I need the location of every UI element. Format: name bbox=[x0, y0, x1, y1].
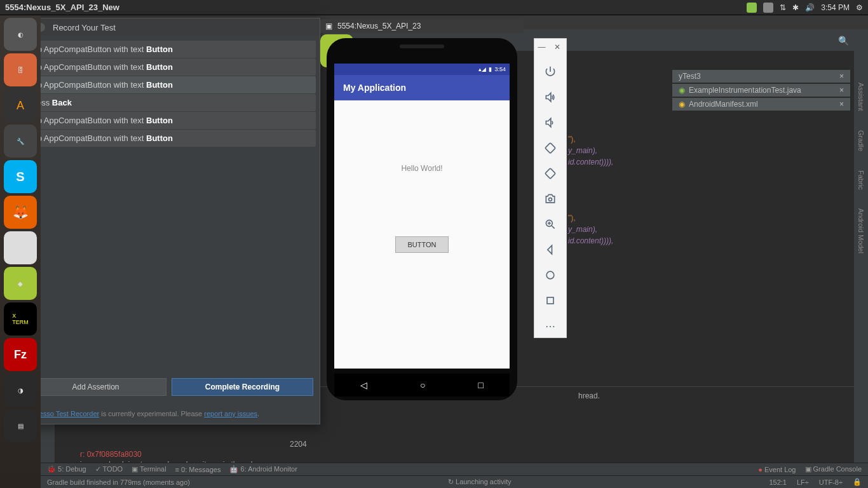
emu-minimize-icon[interactable]: — bbox=[538, 43, 547, 51]
btm-messages[interactable]: ≡ 0: Messages bbox=[175, 466, 221, 473]
status-bar: Gradle build finished in 779ms (moments … bbox=[41, 475, 868, 488]
launcher-android-studio[interactable]: ◆ bbox=[4, 267, 37, 300]
complete-recording-button[interactable]: Complete Recording bbox=[172, 378, 313, 396]
app-title: My Application bbox=[343, 83, 406, 93]
launcher-settings[interactable]: 🔧 bbox=[4, 125, 37, 158]
btm-eventlog[interactable]: Event Log bbox=[758, 466, 796, 473]
recorder-buttons: Add Assertion Complete Recording bbox=[18, 378, 320, 396]
btm-todo[interactable]: ✓ TODO bbox=[95, 465, 123, 473]
launcher-files[interactable]: 🗄 bbox=[4, 53, 37, 86]
launcher-xterm[interactable]: XTERM bbox=[4, 302, 37, 336]
phone-frame: ▴◢ ▮ 3:54 My Application Hello World! BU… bbox=[327, 38, 517, 400]
emu-volume-up-icon[interactable] bbox=[543, 90, 558, 105]
nav-home-icon[interactable]: ○ bbox=[420, 380, 425, 390]
window-title: 5554:Nexus_5X_API_23_New bbox=[5, 3, 747, 12]
signal-icon: ▴◢ bbox=[478, 66, 486, 72]
launcher-updates[interactable]: A bbox=[4, 89, 37, 122]
app-bar: My Application bbox=[334, 75, 510, 100]
emu-power-icon[interactable] bbox=[543, 64, 558, 79]
tray-sound-icon[interactable]: 🔊 bbox=[805, 3, 815, 12]
svg-rect-1 bbox=[545, 168, 555, 179]
emulator-icon: ▣ bbox=[325, 22, 332, 30]
emu-camera-icon[interactable] bbox=[543, 191, 558, 207]
editor-tabs: yTest3× ◉ExampleInstrumentationTest.java… bbox=[672, 70, 850, 111]
btm-monitor[interactable]: 🤖 6: Android Monitor bbox=[229, 465, 297, 473]
emu-home-icon[interactable] bbox=[543, 268, 558, 283]
battery-icon: ▮ bbox=[489, 66, 492, 72]
nav-back-icon[interactable]: ◁ bbox=[360, 380, 367, 390]
add-assertion-button[interactable]: Add Assertion bbox=[25, 378, 166, 396]
btm-terminal[interactable]: ▣ Terminal bbox=[132, 465, 166, 473]
emu-overview-icon[interactable] bbox=[543, 293, 558, 308]
emulator-side-toolbar: — ✕ ⋯ bbox=[534, 38, 567, 338]
btm-gradleconsole[interactable]: ▣ Gradle Console bbox=[805, 465, 862, 473]
btm-debug[interactable]: 🐞 5: Debug bbox=[47, 465, 86, 473]
launcher-filezilla[interactable]: Fz bbox=[4, 338, 37, 371]
svg-point-2 bbox=[549, 198, 552, 201]
recorder-dialog: Record Your Test Tap AppCompatButton wit… bbox=[18, 18, 320, 424]
console-line-red: r: 0x7f0885fa8030 bbox=[80, 449, 848, 459]
emu-close-icon[interactable]: ✕ bbox=[554, 43, 563, 51]
launcher-chrome[interactable]: ◉ bbox=[4, 231, 37, 264]
ubuntu-top-bar: 5554:Nexus_5X_API_23_New ⇅ ✱ 🔊 3:54 PM ⚙ bbox=[0, 0, 868, 15]
launcher-app1[interactable]: ◑ bbox=[4, 374, 37, 407]
right-tab-assistant[interactable]: Assistant bbox=[857, 83, 865, 111]
phone-screen: ▴◢ ▮ 3:54 My Application Hello World! BU… bbox=[334, 64, 510, 369]
recorder-item[interactable]: Tap AppCompatButton with text Button bbox=[22, 76, 316, 93]
right-tab-androidmodel[interactable]: Android Model bbox=[857, 208, 865, 254]
phone-status-bar: ▴◢ ▮ 3:54 bbox=[334, 64, 510, 75]
hello-text: Hello World! bbox=[401, 164, 442, 173]
emu-rotate-right-icon[interactable] bbox=[543, 166, 558, 181]
tray-network-icon[interactable]: ⇅ bbox=[780, 3, 786, 12]
nav-recent-icon[interactable]: □ bbox=[478, 380, 483, 390]
status-pos: 152:1 bbox=[769, 478, 787, 486]
code-lines: "), y_main), id.content)))), "), y_main)… bbox=[568, 133, 835, 247]
emu-window-controls: — ✕ bbox=[534, 43, 566, 54]
emu-rotate-left-icon[interactable] bbox=[543, 140, 558, 156]
tray-bluetooth-icon[interactable]: ✱ bbox=[792, 3, 799, 12]
emulator-title: 5554:Nexus_5X_API_23 bbox=[337, 22, 421, 30]
ubuntu-launcher: ◐ 🗄 A 🔧 S 🦊 ◉ ◆ ▯ XTERM Fz ◑ ▤ bbox=[0, 15, 41, 488]
footnote-link-issues[interactable]: report any issues bbox=[204, 410, 257, 417]
status-lf: LF÷ bbox=[797, 478, 809, 486]
recorder-list: Tap AppCompatButton with text Button Tap… bbox=[18, 36, 320, 151]
recorder-item[interactable]: Press Back bbox=[22, 94, 316, 111]
bottom-toolbar: 🐞 5: Debug ✓ TODO ▣ Terminal ≡ 0: Messag… bbox=[41, 463, 868, 475]
editor-tab-2[interactable]: ◉ExampleInstrumentationTest.java× bbox=[672, 84, 850, 97]
svg-rect-5 bbox=[547, 297, 553, 304]
emu-volume-down-icon[interactable] bbox=[543, 115, 558, 130]
right-tab-gradle[interactable]: Gradle bbox=[857, 130, 865, 151]
system-tray: ⇅ ✱ 🔊 3:54 PM ⚙ bbox=[747, 3, 863, 13]
recorder-footnote: Espresso Test Recorder is currently expe… bbox=[25, 410, 313, 417]
right-tab-fabric[interactable]: Fabric bbox=[857, 170, 865, 190]
svg-point-4 bbox=[546, 271, 554, 279]
editor-tab-1[interactable]: yTest3× bbox=[672, 70, 850, 83]
status-activity: ↻ Launching activity bbox=[448, 478, 512, 486]
recorder-item[interactable]: Tap AppCompatButton with text Button bbox=[22, 112, 316, 129]
recorder-item[interactable]: Tap AppCompatButton with text Button bbox=[22, 130, 316, 147]
phone-navbar: ◁ ○ □ bbox=[334, 374, 510, 396]
app-button[interactable]: BUTTON bbox=[395, 236, 448, 253]
recorder-item[interactable]: Tap AppCompatButton with text Button bbox=[22, 41, 316, 58]
status-enc: UTF-8÷ bbox=[819, 478, 843, 486]
launcher-skype[interactable]: S bbox=[4, 160, 37, 193]
recorder-item[interactable]: Tap AppCompatButton with text Button bbox=[22, 58, 316, 76]
tray-keyboard-icon[interactable] bbox=[747, 3, 757, 13]
svg-rect-0 bbox=[545, 143, 555, 153]
status-lock-icon[interactable]: 🔒 bbox=[853, 478, 862, 486]
launcher-app2[interactable]: ▤ bbox=[4, 409, 37, 442]
tray-time[interactable]: 3:54 PM bbox=[821, 3, 850, 12]
emu-more-icon[interactable]: ⋯ bbox=[543, 318, 558, 334]
search-icon[interactable]: 🔍 bbox=[838, 36, 849, 46]
launcher-firefox[interactable]: 🦊 bbox=[4, 196, 37, 229]
editor-tab-3[interactable]: ◉AndroidManifest.xml× bbox=[672, 98, 850, 111]
tray-mail-icon[interactable] bbox=[763, 3, 773, 13]
emulator-titlebar[interactable]: ▣ 5554:Nexus_5X_API_23 bbox=[320, 19, 524, 33]
phone-speaker bbox=[400, 44, 444, 48]
recorder-header: Record Your Test bbox=[18, 18, 320, 36]
launcher-dash[interactable]: ◐ bbox=[4, 18, 37, 51]
phone-time: 3:54 bbox=[494, 66, 506, 72]
tray-gear-icon[interactable]: ⚙ bbox=[856, 3, 863, 12]
emu-back-icon[interactable] bbox=[543, 242, 558, 257]
emu-zoom-icon[interactable] bbox=[543, 217, 558, 232]
